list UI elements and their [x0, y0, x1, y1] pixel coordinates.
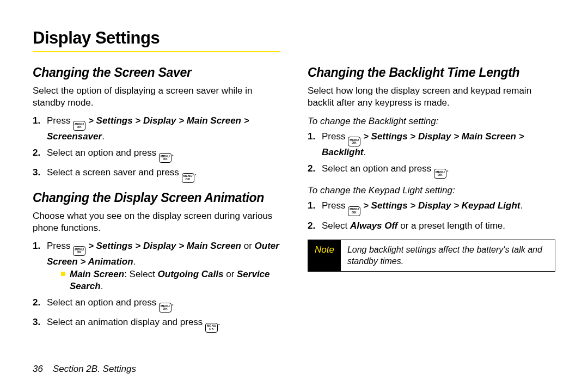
menu-ok-icon: MENUOK: [182, 173, 194, 183]
heading-display-animation: Changing the Display Screen Animation: [33, 191, 280, 205]
bullet-square-icon: [61, 272, 65, 276]
intro-backlight: Select how long the display screen and k…: [308, 85, 555, 109]
nav-path: > Settings > Display > Keypad Light: [360, 200, 520, 211]
steps-backlight: Press MENUOK > Settings > Display > Main…: [308, 131, 555, 179]
step-text: Press: [322, 200, 348, 211]
note-body: Long backlight settings affect the batte…: [341, 240, 555, 271]
step-text: Press: [47, 241, 73, 251]
intro-screen-saver: Select the option of displaying a screen…: [33, 85, 280, 109]
sub-bullet: Main Screen: Select Outgoing Calls or Se…: [47, 268, 280, 293]
menu-ok-icon: MENUOK: [73, 246, 85, 256]
step-end: .: [218, 317, 220, 327]
step-text: Select: [322, 220, 350, 231]
menu-ok-icon: MENUOK: [348, 137, 360, 146]
menu-ok-icon: MENUOK: [159, 153, 171, 163]
note-label: Note: [308, 240, 341, 271]
step-end: .: [102, 131, 105, 142]
step-text: Press: [47, 115, 73, 126]
nav-path: > Settings > Display > Main Screen: [85, 241, 241, 251]
menu-ok-icon: MENUOK: [159, 303, 171, 313]
title-underline: [33, 51, 280, 52]
steps-display-animation: Press MENUOK > Settings > Display > Main…: [33, 240, 280, 333]
menu-ok-line2: OK: [77, 126, 82, 129]
step-end: .: [446, 163, 449, 174]
page-title: Display Settings: [33, 28, 555, 48]
left-column: Changing the Screen Saver Select the opt…: [33, 65, 280, 336]
menu-ok-icon: MENUOK: [434, 169, 446, 179]
or-text: or: [241, 241, 255, 251]
step-item: Select an animation display and press ME…: [33, 316, 280, 333]
content-columns: Changing the Screen Saver Select the opt…: [33, 65, 555, 336]
section-label: Section 2B. Settings: [53, 364, 136, 374]
step-item: Press MENUOK > Settings > Display > Main…: [308, 131, 555, 159]
heading-backlight: Changing the Backlight Time Length: [308, 65, 555, 80]
step-item: Select an option and press MENUOK.: [33, 297, 280, 313]
step-end: .: [133, 256, 136, 267]
step-item: Press MENUOK > Settings > Display > Keyp…: [308, 200, 555, 216]
step-item: Press MENUOK > Settings > Display > Main…: [33, 240, 280, 293]
step-text: Press: [322, 131, 348, 142]
steps-keypad: Press MENUOK > Settings > Display > Keyp…: [308, 200, 555, 232]
sublabel-keypad: To change the Keypad Light setting:: [308, 185, 555, 196]
step-item: Select Always Off or a preset length of …: [308, 220, 555, 232]
page-footer: 36Section 2B. Settings: [33, 364, 136, 375]
step-end: or a preset length of time.: [398, 220, 506, 231]
note-box: Note Long backlight settings affect the …: [308, 240, 555, 272]
step-item: Select a screen saver and press MENUOK.: [33, 167, 280, 183]
step-text: Select a screen saver and press: [47, 167, 182, 177]
step-item: Select an option and press MENUOK.: [308, 163, 555, 179]
step-text: Select an option and press: [322, 163, 434, 174]
sublabel-backlight: To change the Backlight setting:: [308, 116, 555, 127]
step-end: .: [194, 167, 197, 177]
page-number: 36: [33, 364, 43, 374]
step-text: Select an option and press: [47, 148, 159, 158]
bullet-content: Main Screen: Select Outgoing Calls or Se…: [70, 268, 280, 293]
right-column: Changing the Backlight Time Length Selec…: [308, 65, 555, 336]
step-end: .: [171, 148, 174, 158]
menu-ok-icon: MENUOK: [73, 121, 85, 131]
step-item: Select an option and press MENUOK.: [33, 147, 280, 163]
step-end: .: [364, 147, 366, 157]
menu-ok-icon: MENUOK: [205, 323, 218, 333]
steps-screen-saver: Press MENUOK > Settings > Display > Main…: [33, 115, 280, 183]
heading-screen-saver: Changing the Screen Saver: [33, 65, 280, 80]
option-text: Always Off: [350, 220, 398, 231]
step-item: Press MENUOK > Settings > Display > Main…: [33, 115, 280, 143]
step-text: Select an option and press: [47, 297, 159, 308]
step-text: Select an animation display and press: [47, 317, 205, 327]
menu-ok-icon: MENUOK: [348, 206, 360, 216]
step-end: .: [520, 200, 523, 211]
intro-display-animation: Choose what you see on the display scree…: [33, 210, 280, 235]
step-end: .: [171, 297, 174, 308]
